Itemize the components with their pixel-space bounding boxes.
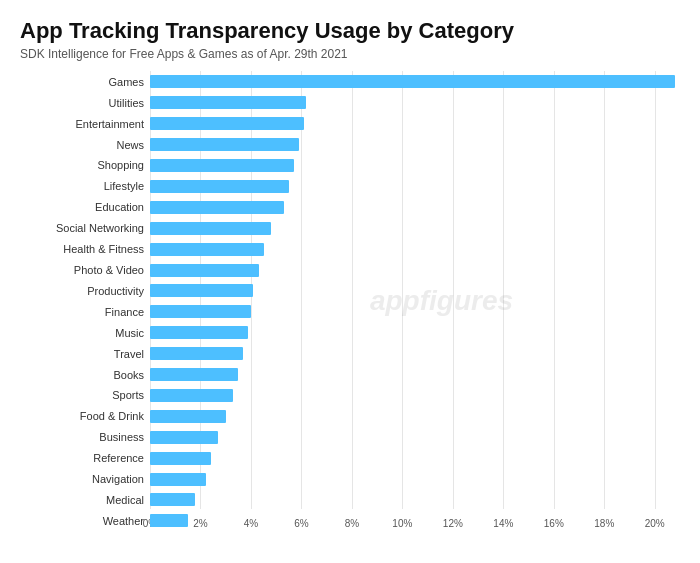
bar-row xyxy=(150,197,680,218)
bars-container: appfigures 0%2%4%6%8%10%12%14%16%18%20% xyxy=(150,71,680,531)
bar xyxy=(150,264,259,277)
y-label: Reference xyxy=(20,448,150,469)
y-label: Music xyxy=(20,322,150,343)
chart-area: GamesUtilitiesEntertainmentNewsShoppingL… xyxy=(20,71,680,531)
bar xyxy=(150,159,294,172)
y-axis: GamesUtilitiesEntertainmentNewsShoppingL… xyxy=(20,71,150,531)
bar-row xyxy=(150,113,680,134)
y-label: Entertainment xyxy=(20,113,150,134)
bar-row xyxy=(150,155,680,176)
y-label: Finance xyxy=(20,301,150,322)
bar-row xyxy=(150,364,680,385)
bar xyxy=(150,389,233,402)
bar xyxy=(150,284,253,297)
bar-row xyxy=(150,427,680,448)
bar xyxy=(150,410,226,423)
bar xyxy=(150,473,206,486)
y-label: Sports xyxy=(20,385,150,406)
bar-row xyxy=(150,92,680,113)
bar xyxy=(150,493,195,506)
y-label: Shopping xyxy=(20,155,150,176)
bar xyxy=(150,180,289,193)
bar-row xyxy=(150,469,680,490)
bar-row xyxy=(150,71,680,92)
bar-row xyxy=(150,343,680,364)
y-label: Weather xyxy=(20,510,150,531)
y-label: Social Networking xyxy=(20,218,150,239)
bar-row xyxy=(150,406,680,427)
y-label: Productivity xyxy=(20,280,150,301)
y-label: Navigation xyxy=(20,469,150,490)
y-label: Games xyxy=(20,71,150,92)
bar xyxy=(150,138,299,151)
bar xyxy=(150,305,251,318)
bar-row xyxy=(150,385,680,406)
bar-row xyxy=(150,301,680,322)
y-label: Business xyxy=(20,427,150,448)
bar xyxy=(150,452,211,465)
bar xyxy=(150,222,271,235)
bar xyxy=(150,243,264,256)
bar-row xyxy=(150,218,680,239)
bar-row xyxy=(150,280,680,301)
y-label: Travel xyxy=(20,343,150,364)
y-label: Utilities xyxy=(20,92,150,113)
bar xyxy=(150,201,284,214)
bar xyxy=(150,368,238,381)
bar xyxy=(150,326,248,339)
chart-title: App Tracking Transparency Usage by Categ… xyxy=(20,18,680,44)
bar-rows xyxy=(150,71,680,531)
bar-row xyxy=(150,490,680,511)
bar-row xyxy=(150,510,680,531)
bar xyxy=(150,75,675,88)
y-label: Lifestyle xyxy=(20,176,150,197)
bar-row xyxy=(150,176,680,197)
bar xyxy=(150,96,306,109)
bar-row xyxy=(150,134,680,155)
y-label: Education xyxy=(20,197,150,218)
y-label: Photo & Video xyxy=(20,260,150,281)
bar-row xyxy=(150,260,680,281)
bar-row xyxy=(150,448,680,469)
bar xyxy=(150,347,243,360)
y-label: News xyxy=(20,134,150,155)
y-label: Health & Fitness xyxy=(20,239,150,260)
y-label: Food & Drink xyxy=(20,406,150,427)
y-label: Medical xyxy=(20,490,150,511)
bar xyxy=(150,514,188,527)
chart-container: App Tracking Transparency Usage by Categ… xyxy=(0,0,700,563)
bar xyxy=(150,431,218,444)
y-label: Books xyxy=(20,364,150,385)
bar-row xyxy=(150,322,680,343)
chart-subtitle: SDK Intelligence for Free Apps & Games a… xyxy=(20,47,680,61)
bar-row xyxy=(150,239,680,260)
bar xyxy=(150,117,304,130)
